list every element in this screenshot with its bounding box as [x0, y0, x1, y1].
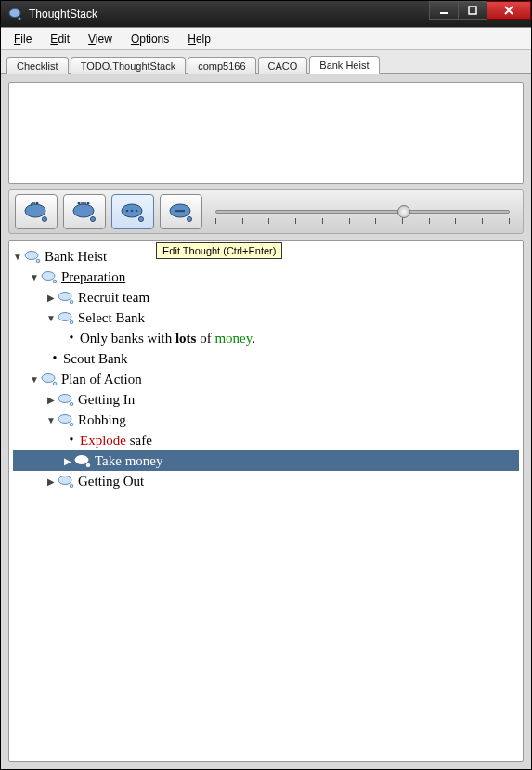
svg-point-15	[136, 210, 138, 213]
tree-label: Getting In	[78, 392, 135, 408]
tree-label: Recruit team	[78, 290, 149, 306]
svg-rect-2	[440, 12, 448, 14]
svg-point-33	[75, 456, 88, 464]
slider-thumb[interactable]	[397, 205, 410, 218]
tree-row-take-money[interactable]: ▶ Take money	[13, 450, 519, 471]
titlebar[interactable]: ThoughtStack	[1, 1, 531, 27]
thought-icon	[24, 250, 41, 263]
tree-label: Getting Out	[78, 474, 144, 489]
svg-rect-18	[175, 210, 185, 212]
remove-thought-button[interactable]	[160, 194, 202, 229]
thought-icon	[58, 311, 74, 324]
disclosure-right-icon[interactable]: ▶	[46, 395, 56, 405]
menu-file[interactable]: File	[6, 31, 39, 47]
tree-row-robbing[interactable]: ▼ Robbing	[13, 410, 519, 430]
svg-point-36	[70, 484, 73, 488]
tree-row-getting-in[interactable]: ▶ Getting In	[13, 389, 519, 410]
disclosure-down-icon[interactable]: ▼	[46, 415, 56, 425]
thought-icon	[41, 270, 58, 283]
thought-card-panel[interactable]	[8, 82, 524, 184]
bullet-icon: •	[50, 351, 59, 366]
add-child-thought-button[interactable]	[15, 194, 58, 229]
disclosure-down-icon[interactable]: ▼	[13, 252, 22, 262]
svg-point-27	[42, 374, 55, 383]
add-sibling-thought-button[interactable]	[63, 194, 106, 229]
tree-panel[interactable]: Edit Thought (Ctrl+Enter) ▼ Bank Heist ▼…	[8, 240, 524, 762]
tab-comp5166[interactable]: comp5166	[188, 57, 255, 74]
svg-point-10	[87, 202, 90, 205]
menu-options[interactable]: Options	[123, 31, 176, 47]
disclosure-right-icon[interactable]: ▶	[63, 456, 72, 466]
svg-point-31	[58, 415, 71, 424]
menu-edit[interactable]: Edit	[43, 31, 77, 47]
thought-remove-icon	[167, 201, 195, 223]
tab-bank-heist[interactable]: Bank Heist	[309, 56, 379, 74]
disclosure-down-icon[interactable]: ▼	[46, 313, 56, 323]
toolbar	[8, 189, 524, 234]
svg-point-32	[70, 423, 73, 426]
svg-point-25	[58, 313, 71, 321]
tree-label: Plan of Action	[61, 372, 142, 387]
svg-point-1	[19, 18, 21, 20]
slider-track	[215, 210, 510, 214]
thought-icon	[58, 475, 74, 488]
tab-todo[interactable]: TODO.ThoughtStack	[71, 57, 187, 74]
thought-add-child-icon	[22, 201, 50, 223]
thought-icon	[58, 413, 74, 426]
tab-caco[interactable]: CACO	[258, 57, 308, 74]
disclosure-down-icon[interactable]: ▼	[30, 272, 39, 282]
window-controls	[430, 1, 531, 27]
tree-label: Only banks with lots of money.	[80, 331, 255, 346]
thought-icon	[58, 393, 74, 406]
thought-edit-icon	[119, 201, 147, 223]
tree-row-only-banks[interactable]: • Only banks with lots of money.	[13, 328, 519, 348]
tree-label: Explode safe	[80, 433, 152, 449]
client-area: File Edit View Options Help Checklist TO…	[1, 27, 531, 769]
svg-point-20	[36, 259, 40, 263]
tree-row-scout[interactable]: • Scout Bank	[13, 348, 519, 369]
tree-label: Robbing	[78, 412, 126, 428]
tree-row-getting-out[interactable]: ▶ Getting Out	[13, 471, 519, 491]
svg-point-22	[53, 280, 57, 283]
svg-point-35	[58, 476, 71, 485]
app-window: ThoughtStack File Edit View Options Help…	[0, 0, 532, 770]
svg-point-9	[78, 202, 81, 205]
disclosure-down-icon[interactable]: ▼	[30, 374, 39, 385]
svg-point-24	[70, 300, 73, 304]
thought-icon	[58, 291, 74, 304]
thought-icon	[41, 372, 58, 385]
svg-point-19	[25, 252, 38, 260]
disclosure-right-icon[interactable]: ▶	[46, 476, 56, 487]
svg-point-12	[139, 217, 144, 222]
svg-point-0	[9, 9, 20, 18]
svg-point-23	[58, 293, 71, 301]
svg-point-5	[43, 217, 47, 222]
tab-checklist[interactable]: Checklist	[6, 57, 69, 74]
slider-ticks	[215, 218, 510, 224]
tree-row-recruit[interactable]: ▶ Recruit team	[13, 287, 519, 307]
maximize-button[interactable]	[458, 1, 487, 20]
minimize-button[interactable]	[429, 1, 459, 20]
thought-icon	[74, 454, 91, 467]
svg-point-7	[73, 204, 94, 217]
title-text: ThoughtStack	[29, 7, 430, 20]
edit-thought-button[interactable]	[111, 194, 154, 229]
svg-point-6	[36, 202, 39, 205]
tree-row-preparation[interactable]: ▼ Preparation	[13, 267, 519, 287]
menubar: File Edit View Options Help	[1, 28, 531, 50]
zoom-slider[interactable]	[208, 198, 517, 226]
svg-point-8	[91, 217, 96, 222]
svg-point-14	[131, 210, 134, 213]
tree-row-explode[interactable]: • Explode safe	[13, 430, 519, 450]
menu-view[interactable]: View	[81, 31, 120, 47]
svg-point-30	[70, 402, 73, 406]
tree-row-plan[interactable]: ▼ Plan of Action	[13, 369, 519, 389]
bullet-icon: •	[67, 433, 76, 448]
app-icon	[8, 7, 23, 21]
disclosure-right-icon[interactable]: ▶	[46, 293, 56, 303]
tree-row-select-bank[interactable]: ▼ Select Bank	[13, 307, 519, 328]
menu-help[interactable]: Help	[180, 31, 218, 47]
svg-point-26	[70, 320, 73, 324]
tree-label: Preparation	[61, 269, 125, 285]
close-button[interactable]	[487, 1, 531, 20]
